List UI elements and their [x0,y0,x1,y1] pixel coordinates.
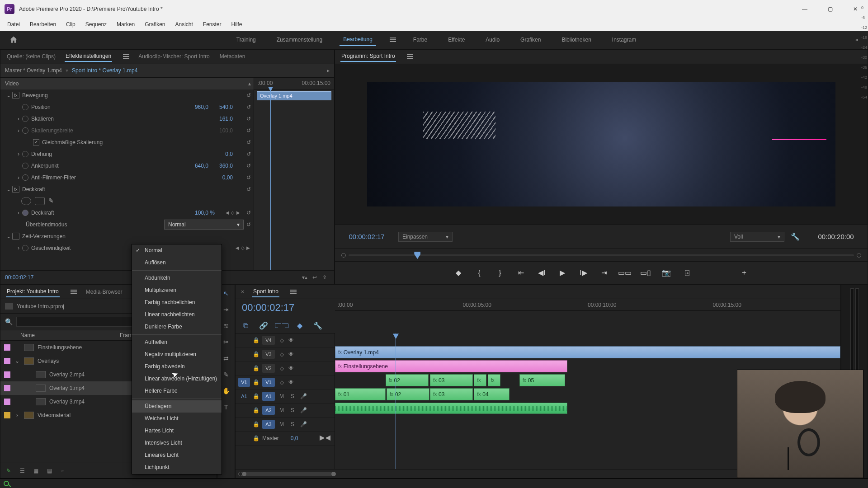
add-keyframe-icon[interactable]: ◇ [231,210,235,215]
program-fit-dropdown[interactable]: Einpassen▾ [398,232,453,242]
prev-keyframe-icon[interactable]: ◀ [226,210,229,215]
mute-button[interactable]: M [278,421,286,427]
voiceover-icon[interactable]: 🎤 [299,393,307,399]
timeline-timecode[interactable]: 00:00:02:17 [236,299,335,318]
menu-ansicht[interactable]: Ansicht [170,19,197,29]
track-header-master[interactable]: 🔒Master0,0⯈⯇ [236,432,335,446]
mark-out-button[interactable]: } [494,267,506,279]
solo-button[interactable]: S [288,393,297,399]
ec-anchor-x[interactable]: 640,0 [195,163,208,169]
blend-mode-option[interactable]: Weiches Licht [132,413,222,425]
menu-sequenz[interactable]: Sequenz [81,19,111,29]
blend-mode-option[interactable]: Lichtpunkt [132,461,222,474]
reset-icon[interactable]: ↺ [244,221,254,228]
sync-lock-icon[interactable]: ◇ [278,337,286,343]
label-color-swatch[interactable] [4,412,10,418]
label-color-swatch[interactable] [4,371,10,378]
menu-clip[interactable]: Clip [61,19,80,29]
timeline-clip[interactable] [335,403,567,414]
chevron-down-icon[interactable]: ▾ [66,67,68,74]
track-header-v3[interactable]: 🔒V3◇👁 [236,347,335,361]
add-keyframe-icon[interactable]: ◇ [241,245,245,250]
blend-mode-option[interactable]: Dunklere Farbe [132,321,222,333]
twisty-icon[interactable]: › [15,151,22,157]
blend-mode-option[interactable]: Linear nachbelichten [132,309,222,321]
source-patch-a1[interactable]: A1 [238,392,250,401]
lift-button[interactable]: ▭▭ [618,267,631,279]
workspace-color[interactable]: Farbe [410,34,431,46]
workspace-editing[interactable]: Bearbeitung [340,33,376,46]
reset-icon[interactable]: ↺ [244,139,254,145]
menu-bearbeiten[interactable]: Bearbeiten [25,19,61,29]
track-lane[interactable]: fxOverlay 1.mp4 [335,345,840,359]
track-header-v4[interactable]: 🔒V4◇👁 [236,333,335,347]
twisty-icon[interactable]: › [15,174,22,181]
reset-icon[interactable]: ↺ [244,210,254,216]
blend-mode-option[interactable]: Normal [132,244,222,257]
eye-icon[interactable]: 👁 [288,379,294,385]
ec-mini-clip[interactable]: Overlay 1.mp4 [257,91,331,100]
add-marker-toggle[interactable]: ⫍⫎ [276,320,287,331]
tab-sequence[interactable]: Sport Intro [252,286,279,297]
effect-controls-mini-timeline[interactable]: :00;0000:00:15:00 Overlay 1.mp4 [254,78,334,271]
timeline-clip[interactable]: fx01 [335,388,386,400]
lock-icon[interactable]: 🔒 [253,393,259,399]
timeline-clip[interactable]: fxEinstellungsebene [335,360,567,372]
mask-pen-tool[interactable] [48,197,57,205]
wrap-icon[interactable]: ↩ [310,274,320,281]
menu-fenster[interactable]: Fenster [198,19,226,29]
new-item-icon[interactable]: ✎ [4,466,13,475]
window-maximize-button[interactable]: ▢ [817,0,843,18]
timeline-clip[interactable]: fx03 [430,388,473,400]
blend-mode-option[interactable]: Farbig abwedeln [132,361,222,373]
next-keyframe-icon[interactable]: ▶ [236,210,240,215]
workspace-editing-menu-icon[interactable] [390,38,396,42]
close-sequence-icon[interactable]: × [241,289,244,295]
eye-icon[interactable]: 👁 [288,365,294,371]
voiceover-icon[interactable]: 🎤 [299,407,307,413]
ripple-edit-tool[interactable]: ≋ [221,321,231,331]
solo-button[interactable]: S [288,421,297,427]
program-timecode-current[interactable]: 00:00:02:17 [335,233,398,240]
program-panel-menu-icon[interactable] [407,54,413,59]
keyframe-toggle[interactable] [22,245,28,251]
ec-mini-playhead[interactable] [270,89,271,271]
blend-mode-option[interactable]: Hartes Licht [132,425,222,437]
lock-icon[interactable]: 🔒 [253,351,259,357]
timeline-clip[interactable]: fx [474,374,486,386]
sync-lock-icon[interactable]: ◇ [278,365,286,371]
reset-icon[interactable]: ↺ [244,116,254,122]
go-to-in-button[interactable]: ⇤ [514,267,527,279]
tab-media-browser[interactable]: Media-Browser [85,287,123,297]
track-label[interactable]: A1 [262,392,275,401]
tab-effect-controls[interactable]: Effekteinstellungen [65,51,112,62]
program-scrub-bar[interactable] [335,249,868,261]
track-header-a3[interactable]: 🔒A3MS🎤 [236,418,335,432]
column-name[interactable]: Name [20,332,120,338]
ec-master-label[interactable]: Master * Overlay 1.mp4 [5,67,62,74]
lock-icon[interactable]: 🔒 [253,407,259,413]
reset-icon[interactable]: ↺ [244,104,254,110]
label-color-swatch[interactable] [4,399,10,405]
icon-view-icon[interactable]: ▦ [31,466,40,475]
tab-program[interactable]: Programm: Sport Intro [340,51,396,62]
mark-in-button[interactable]: { [473,267,486,279]
blend-mode-option[interactable]: Harter Mix [132,474,222,474]
twisty-icon[interactable]: › [15,210,22,216]
comparison-view-button[interactable]: ⍈ [681,267,693,279]
timeline-clip[interactable]: fx02 [387,388,429,400]
prev-keyframe-icon[interactable]: ◀ [236,245,239,250]
twisty-icon[interactable]: ⌄ [5,233,12,239]
fx-toggle-opacity[interactable] [12,186,19,193]
twisty-icon[interactable]: ⌄ [5,92,12,99]
mute-button[interactable]: M [278,393,286,399]
tab-source[interactable]: Quelle: (keine Clips) [6,52,57,61]
solo-button[interactable]: S [288,407,297,413]
slip-tool[interactable]: ⇄ [221,353,231,363]
reset-icon[interactable]: ↺ [244,186,254,192]
export-frame-button[interactable]: 📷 [660,267,673,279]
menu-datei[interactable]: Datei [3,19,24,29]
menu-marken[interactable]: Marken [112,19,139,29]
label-color-swatch[interactable] [4,344,10,351]
timeline-clip[interactable]: fx05 [519,374,565,386]
